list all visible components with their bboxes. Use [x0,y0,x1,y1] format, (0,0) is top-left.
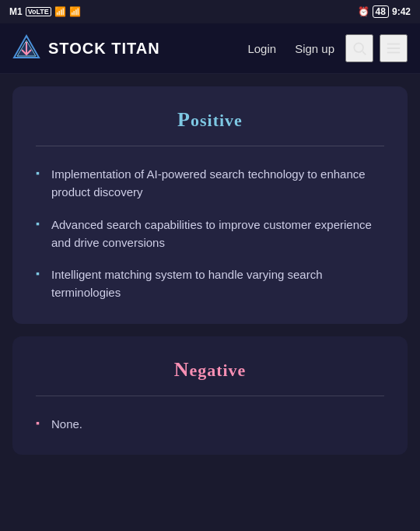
logo-icon [12,34,40,62]
nav-links: Login Sign up [240,36,342,62]
positive-title: Positive [36,108,384,132]
menu-icon [385,40,402,57]
search-icon [352,40,367,56]
negative-bullet-list: None. [36,415,384,433]
carrier-label: M1 [9,6,23,17]
negative-title: Negative [36,358,384,382]
positive-bullet-list: Implementation of AI-powered search tech… [36,165,384,302]
nav-icons [345,34,408,62]
negative-card: Negative None. [12,336,408,455]
logo-text: STOCK TITAN [48,40,160,58]
list-item: None. [36,415,384,433]
navbar: STOCK TITAN Login Sign up [0,23,420,74]
login-link[interactable]: Login [240,36,284,62]
signal-icon: 📶 [54,6,66,17]
logo-container: STOCK TITAN [12,34,240,62]
status-bar: M1 VoLTE 📶 📶 ⏰ 48 9:42 [0,0,420,23]
list-item: Intelligent matching system to handle va… [36,266,384,302]
negative-divider [36,396,384,396]
volte-badge: VoLTE [26,7,51,16]
status-left: M1 VoLTE 📶 📶 [9,6,81,17]
list-item: Implementation of AI-powered search tech… [36,165,384,202]
positive-divider [36,146,384,146]
search-button[interactable] [345,34,373,62]
menu-button[interactable] [380,34,408,62]
svg-line-3 [362,51,366,55]
battery-icon: 48 [373,5,389,18]
main-content: Positive Implementation of AI-powered se… [0,74,420,531]
signup-link[interactable]: Sign up [287,36,342,62]
list-item: Advanced search capabilities to improve … [36,216,384,252]
svg-point-2 [354,43,363,52]
wifi-icon: 📶 [69,6,81,17]
alarm-icon: ⏰ [358,6,369,17]
time-display: 9:42 [392,6,411,17]
positive-card: Positive Implementation of AI-powered se… [12,86,408,324]
status-right: ⏰ 48 9:42 [358,5,411,18]
